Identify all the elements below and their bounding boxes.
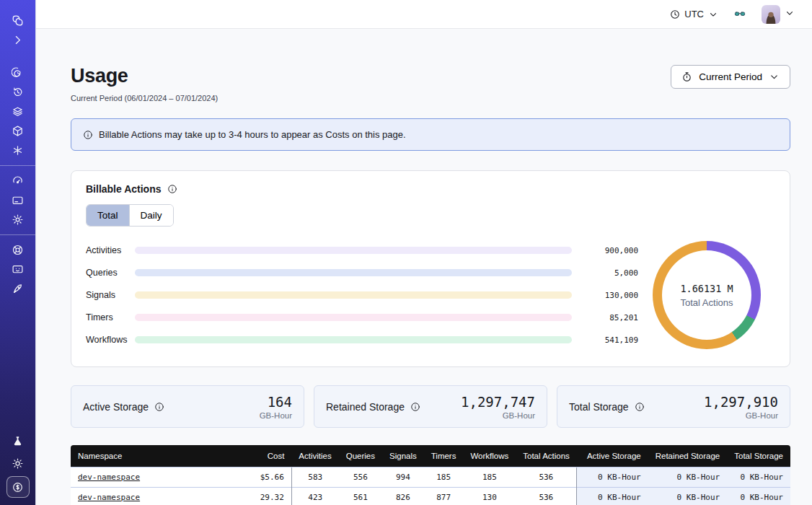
cell-total-actions: 536 xyxy=(516,467,577,488)
cell-cost: $5.66 xyxy=(217,467,292,488)
chevron-down-icon xyxy=(785,8,795,21)
total-actions-value: 1.66131 M xyxy=(680,283,733,294)
cell-total-storage: 0 KB-Hour xyxy=(727,488,790,505)
billable-chart: Activities 900,000 Queries 5,000 Signals xyxy=(86,241,775,349)
sidebar-group-help xyxy=(0,234,35,304)
topbar: UTC xyxy=(36,0,812,29)
billable-actions-card: Billable Actions Total Daily Activities … xyxy=(71,170,790,367)
settings-gear-icon[interactable] xyxy=(7,210,29,229)
tab-daily[interactable]: Daily xyxy=(129,205,173,226)
account-menu[interactable] xyxy=(762,5,795,24)
cell-activities: 423 xyxy=(291,488,338,505)
app-root: UTC Usage Current Period (06/01/2024 – 0… xyxy=(0,0,812,505)
billing-card-icon[interactable] xyxy=(7,190,29,210)
namespace-link[interactable]: dev-namespace xyxy=(78,473,140,482)
usage-dollar-icon[interactable] xyxy=(6,476,30,498)
tab-total[interactable]: Total xyxy=(87,205,129,226)
cell-signals: 994 xyxy=(382,467,424,488)
active-storage-label: Active Storage xyxy=(83,401,149,413)
namespace-usage-table: Namespace Cost Activities Queries Signal… xyxy=(71,445,790,505)
page-header: Usage Current Period (06/01/2024 – 07/01… xyxy=(71,65,790,102)
col-workflows[interactable]: Workflows xyxy=(463,445,516,467)
col-activities[interactable]: Activities xyxy=(291,445,338,467)
bar-label: Queries xyxy=(86,268,135,278)
deployments-layers-icon[interactable] xyxy=(7,102,29,121)
col-namespace[interactable]: Namespace xyxy=(71,445,217,467)
total-storage-label: Total Storage xyxy=(569,401,629,413)
cell-active-storage: 0 KB-Hour xyxy=(577,467,648,488)
usage-bar-track xyxy=(135,291,572,299)
main-area: UTC Usage Current Period (06/01/2024 – 0… xyxy=(35,0,812,505)
bar-label: Timers xyxy=(86,312,135,322)
usage-bar-row: Queries 5,000 xyxy=(86,268,638,278)
usage-bar-row: Timers 85,201 xyxy=(86,312,638,322)
workflows-cube-icon[interactable] xyxy=(7,121,29,141)
cell-workflows: 185 xyxy=(463,467,516,488)
info-icon[interactable] xyxy=(154,402,164,412)
bar-label: Signals xyxy=(86,290,135,300)
usage-gauge-icon[interactable] xyxy=(7,171,29,190)
active-storage-value: 164 xyxy=(260,394,292,410)
sidebar-group-bottom xyxy=(6,431,30,498)
getting-started-rocket-icon[interactable] xyxy=(7,279,29,299)
col-retained-storage[interactable]: Retained Storage xyxy=(648,445,728,467)
info-icon[interactable] xyxy=(410,402,420,412)
chevron-down-icon xyxy=(769,71,780,82)
cell-retained-storage: 0 KB-Hour xyxy=(648,488,728,505)
sidebar-group-account xyxy=(0,165,35,234)
period-selector-label: Current Period xyxy=(699,71,762,82)
labs-flask-icon[interactable] xyxy=(7,431,29,451)
glasses-icon[interactable] xyxy=(731,4,749,24)
usage-bar-track xyxy=(135,336,572,343)
expand-sidebar-chevron-icon[interactable] xyxy=(7,30,29,50)
chevron-down-icon xyxy=(708,9,718,19)
cell-active-storage: 0 KB-Hour xyxy=(577,488,648,505)
usage-bar-row: Activities 900,000 xyxy=(86,245,638,255)
page-title: Usage xyxy=(71,65,218,87)
stopwatch-icon xyxy=(681,71,692,82)
info-icon xyxy=(83,130,93,140)
retained-storage-value: 1,297,747 xyxy=(461,394,535,410)
col-cost[interactable]: Cost xyxy=(217,445,292,467)
period-selector-button[interactable]: Current Period xyxy=(671,65,790,89)
usage-bar-track xyxy=(135,247,572,254)
cell-timers: 877 xyxy=(424,488,464,505)
col-active-storage[interactable]: Active Storage xyxy=(577,445,648,467)
namespaces-icon[interactable] xyxy=(7,63,29,82)
avatar xyxy=(762,5,780,24)
nexus-asterisk-icon[interactable] xyxy=(7,141,29,160)
bar-label: Workflows xyxy=(86,335,135,345)
billable-view-toggle: Total Daily xyxy=(86,204,174,227)
info-icon[interactable] xyxy=(635,402,645,412)
cell-total-actions: 536 xyxy=(516,488,577,505)
col-total-actions[interactable]: Total Actions xyxy=(516,445,577,467)
bar-value: 900,000 xyxy=(572,246,638,255)
col-queries[interactable]: Queries xyxy=(339,445,382,467)
schedules-history-icon[interactable] xyxy=(7,82,29,102)
donut-center: 1.66131 M Total Actions xyxy=(653,241,761,349)
cell-queries: 561 xyxy=(339,488,382,505)
col-signals[interactable]: Signals xyxy=(382,445,424,467)
cell-cost: 29.32 xyxy=(217,488,292,505)
timezone-selector[interactable]: UTC xyxy=(670,9,718,19)
usage-bars: Activities 900,000 Queries 5,000 Signals xyxy=(86,245,638,345)
total-storage-unit: GB-Hour xyxy=(704,411,778,420)
namespace-link[interactable]: dev-namespace xyxy=(78,493,140,502)
info-icon[interactable] xyxy=(167,184,177,194)
temporal-logo-icon[interactable] xyxy=(7,11,29,30)
col-timers[interactable]: Timers xyxy=(424,445,464,467)
feedback-monitor-icon[interactable] xyxy=(7,260,29,279)
cell-queries: 556 xyxy=(339,467,382,488)
col-total-storage[interactable]: Total Storage xyxy=(727,445,790,467)
total-actions-label: Total Actions xyxy=(681,297,733,308)
sidebar-group-top xyxy=(0,6,35,165)
support-lifebuoy-icon[interactable] xyxy=(7,240,29,260)
theme-sun-icon[interactable] xyxy=(7,454,29,473)
usage-bar-row: Signals 130,000 xyxy=(86,290,638,300)
retained-storage-label: Retained Storage xyxy=(326,401,405,413)
cell-timers: 185 xyxy=(424,467,464,488)
total-actions-donut-ring: 1.66131 M Total Actions xyxy=(653,241,761,349)
info-banner: Billable Actions may take up to 3-4 hour… xyxy=(71,118,790,151)
storage-cards: Active Storage 164 GB-Hour Retained Stor… xyxy=(71,385,790,428)
clock-icon xyxy=(670,9,680,19)
